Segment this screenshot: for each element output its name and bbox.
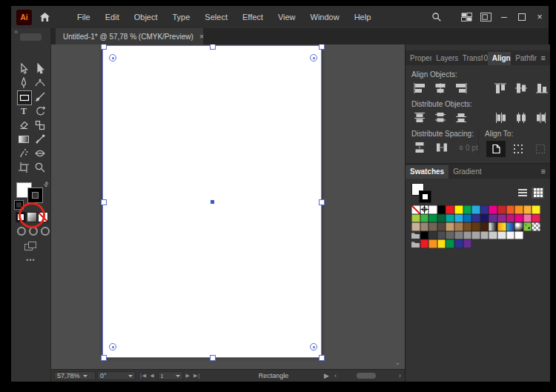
selection-tool[interactable] [33,62,47,76]
align-vertical-top-icon[interactable] [493,82,509,95]
swatch-#a7ce44[interactable] [411,214,420,223]
swatch-#534741[interactable] [437,222,446,231]
eyedropper-tool[interactable] [33,133,47,146]
distribute-horizontal-left-icon[interactable] [493,111,509,124]
panel-tab-align[interactable]: Align [488,52,511,65]
swatch-#2e3192[interactable] [454,239,463,248]
swatch-#ffde17[interactable] [437,239,446,248]
menu-window[interactable]: Window [303,13,347,21]
previous-artboard-icon[interactable]: ◀ [150,373,154,379]
panel-tab-proper[interactable]: Proper [406,52,431,65]
swatch-#662d91[interactable] [463,239,472,248]
swatch-#333333[interactable] [428,231,437,240]
change-screen-mode-icon[interactable] [24,242,37,251]
close-window-button[interactable]: × [531,7,549,27]
distribute-vertical-bottom-icon[interactable] [453,111,469,124]
swatch-checker-pattern[interactable] [532,222,540,231]
align-horizontal-right-icon[interactable] [453,82,469,95]
curvature-tool[interactable] [33,76,47,90]
distribute-vertical-top-icon[interactable] [411,111,428,124]
distribute-horizontal-center-icon[interactable] [513,111,529,124]
swatch-#000000[interactable] [420,231,429,240]
swatch-#603913[interactable] [471,222,480,231]
arrange-documents-icon[interactable] [457,7,476,27]
swatch-group-folder-icon[interactable] [411,239,420,248]
home-icon[interactable] [39,12,50,22]
swatch-#736357[interactable] [428,222,437,231]
corner-widget-top-right[interactable] [310,54,317,62]
swatch-#93278f[interactable] [497,214,506,223]
list-view-icon[interactable] [516,187,529,199]
swatch-#c69c6d[interactable] [446,222,454,231]
panel-menu-icon[interactable]: ≡ [537,167,550,179]
menu-view[interactable]: View [271,13,303,21]
minimize-button[interactable] [495,7,513,27]
swatch-#2e3192[interactable] [471,214,480,223]
object-center-point[interactable] [210,199,215,205]
document-tab[interactable]: Untitled-1* @ 57,78 % (CMYK/Preview) × [56,28,203,44]
swatch-none[interactable] [411,205,420,214]
swap-fill-stroke-icon[interactable]: ⇄ [42,180,50,188]
swatch-linear-white-black[interactable] [489,222,497,231]
swatch-#29abe2[interactable] [471,205,480,214]
swatch-#00a651[interactable] [463,205,472,214]
swatch-linear-orange-yellow[interactable] [497,222,506,231]
symbol-sprayer-tool[interactable] [17,147,30,160]
last-artboard-icon[interactable]: ▶| [193,373,200,379]
swatch-#ec008c[interactable] [489,205,497,214]
swatch-#00a99d[interactable] [446,214,454,223]
scale-tool[interactable] [33,119,47,132]
type-tool[interactable]: T [17,104,30,118]
swatch-#ffffff[interactable] [514,231,523,240]
stroke-color-proxy[interactable] [28,188,42,202]
swatch-group-folder-icon[interactable] [411,231,420,240]
menu-select[interactable]: Select [197,13,235,21]
maximize-button[interactable] [513,7,531,27]
zoom-level-field[interactable]: 57,78% [54,371,96,380]
menu-help[interactable]: Help [347,13,379,21]
zoom-dropdown-icon[interactable] [83,375,87,377]
menu-edit[interactable]: Edit [98,13,127,21]
artboard-tool[interactable] [17,161,30,174]
distribute-vertical-center-icon[interactable] [432,111,449,124]
selection-handle-bottom-right[interactable] [319,355,325,361]
swatch-#a6a6a6[interactable] [471,231,480,240]
draw-inside-mode-icon[interactable] [41,227,50,236]
vertical-distribute-space-icon[interactable] [411,141,429,154]
swatch-#ed1c24[interactable] [420,239,429,248]
eraser-tool[interactable] [17,119,30,132]
scroll-left-icon[interactable]: ‹ [334,372,337,379]
direct-selection-tool[interactable] [17,62,30,76]
horizontal-scrollbar-thumb[interactable] [357,373,376,379]
artboard-number-field[interactable]: 1 [158,371,183,380]
selection-handle-middle-left[interactable] [101,199,107,205]
first-artboard-icon[interactable]: |◀ [140,373,147,379]
toolbar-grip[interactable] [20,33,42,41]
swatch-#fbb03b[interactable] [523,205,532,214]
next-artboard-icon[interactable]: ▶ [186,373,191,379]
swatch-#c1272d[interactable] [497,205,506,214]
swatch-#29abe2[interactable] [454,214,463,223]
close-tab-icon[interactable]: × [199,32,204,41]
selection-handle-bottom-center[interactable] [210,355,216,361]
swatch-#f171ab[interactable] [523,214,532,223]
selection-handle-top-right[interactable] [319,44,325,50]
swatch-#fcee21[interactable] [532,205,540,214]
rotation-dropdown-icon[interactable] [128,375,133,377]
swatch-#ed1e59[interactable] [532,214,540,223]
search-icon[interactable] [427,7,446,27]
swatch-#cccccc[interactable] [489,231,497,240]
swatch-#ffffff[interactable] [428,205,437,214]
swatch-linear-blue[interactable] [506,222,515,231]
align-to-selection-button[interactable] [509,141,528,157]
swatch-#b3b3b3[interactable] [480,231,489,240]
edit-toolbar-icon[interactable]: ••• [11,256,50,264]
swatch-#000000[interactable] [437,205,446,214]
panel-tab-swatches[interactable]: Swatches [406,165,449,179]
panel-tab-layers[interactable]: Layers [431,52,457,65]
corner-widget-bottom-left[interactable] [109,343,116,351]
swatch-#009245[interactable] [446,239,454,248]
selection-handle-top-left[interactable] [101,44,107,50]
swatch-#009245[interactable] [428,214,437,223]
status-expand-icon[interactable]: ▶ [324,371,329,380]
